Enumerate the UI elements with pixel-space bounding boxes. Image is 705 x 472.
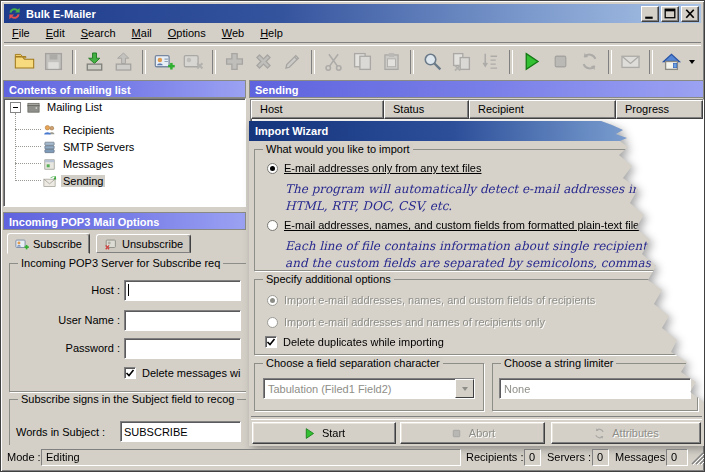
tab-subscribe-label: Subscribe	[33, 238, 82, 250]
pop3-server-group-label: Incoming POP3 Server for Subscribe req	[18, 257, 223, 269]
servers-count: 0	[592, 449, 609, 466]
menu-web[interactable]: Web	[214, 25, 252, 41]
tab-unsubscribe[interactable]: Unsubscribe	[96, 234, 191, 253]
password-label: Password :	[30, 342, 120, 354]
tree-connector	[15, 163, 41, 164]
import-button[interactable]	[80, 48, 109, 76]
recipients-icon	[42, 123, 57, 138]
menu-file[interactable]: File	[4, 25, 38, 41]
tree-item-label: Recipients	[61, 124, 116, 136]
tree-item-mailing-list[interactable]: Mailing List	[26, 99, 104, 115]
wizard-attributes-label: Attributes	[612, 427, 658, 439]
dedupe-label: Delete duplicates while importing	[283, 336, 444, 348]
import-fields-radio	[267, 295, 278, 306]
servers-label: Servers :	[547, 451, 591, 463]
pop3-options-panel: Incoming POP3 Mail Options Subscribe Uns…	[3, 212, 246, 445]
add-button	[220, 48, 249, 76]
check-icon	[125, 368, 135, 378]
import-names-row: Import e-mail addresses and names of rec…	[267, 316, 545, 328]
abort-icon	[450, 427, 463, 440]
password-input[interactable]	[124, 338, 241, 359]
words-in-subject-input[interactable]	[120, 421, 241, 442]
app-icon	[7, 6, 22, 21]
option-any-text-description-line2: HTML, RTF, DOC, CSV, etc.	[285, 199, 452, 213]
refresh-button	[575, 48, 604, 76]
import-names-label: Import e-mail addresses and names of rec…	[284, 316, 545, 328]
minimize-button[interactable]	[641, 6, 659, 22]
import-type-group-label: What would you like to import	[263, 143, 413, 155]
host-input[interactable]	[124, 280, 241, 301]
column-header-progress[interactable]: Progress	[616, 100, 703, 119]
wizard-divider	[251, 416, 702, 420]
mailing-list-tree: Mailing List Recipients SMTP Servers Mes…	[3, 98, 246, 207]
wizard-abort-label: Abort	[469, 427, 495, 439]
option-formatted-row: E-mail addresses, names, and custom fiel…	[267, 219, 645, 231]
delete-messages-checkbox[interactable]	[124, 367, 136, 379]
send-mail-button	[616, 48, 645, 76]
home-button[interactable]	[657, 48, 686, 76]
add-contact-button[interactable]	[150, 48, 179, 76]
mailing-list-icon	[26, 100, 41, 115]
maximize-button[interactable]	[661, 6, 679, 22]
text-caret	[128, 284, 129, 296]
limiter-group-label: Choose a string limiter	[501, 357, 616, 369]
stop-button	[546, 48, 575, 76]
sending-panel-header: Sending	[249, 80, 704, 98]
tree-item-messages[interactable]: Messages	[42, 156, 115, 172]
menu-options[interactable]: Options	[160, 25, 214, 41]
import-wizard-window: Import Wizard What would you like to imp…	[249, 121, 704, 446]
start-button[interactable]	[517, 48, 546, 76]
dedupe-row: Delete duplicates while importing	[265, 336, 444, 348]
additional-options-group: Specify additional options Import e-mail…	[254, 279, 698, 355]
save-button	[39, 48, 68, 76]
tree-item-label: Sending	[61, 175, 105, 187]
tree-item-label: Messages	[61, 158, 115, 170]
edit-button	[278, 48, 307, 76]
messages-count: 0	[666, 449, 688, 466]
separator-group-label: Choose a field separation character	[263, 357, 443, 369]
menu-help[interactable]: Help	[252, 25, 291, 41]
menu-mail[interactable]: Mail	[124, 25, 160, 41]
pop3-panel-header: Incoming POP3 Mail Options	[3, 212, 246, 230]
column-header-host[interactable]: Host	[251, 100, 384, 119]
dedupe-checkbox[interactable]	[265, 336, 277, 348]
import-fields-row: Import e-mail addresses, names, and cust…	[267, 294, 595, 306]
delete-button	[249, 48, 278, 76]
copy-button	[348, 48, 377, 76]
close-button[interactable]	[681, 6, 699, 22]
import-names-radio	[267, 317, 278, 328]
tree-expander[interactable]	[10, 102, 21, 113]
title-bar: Bulk E-Mailer	[4, 4, 701, 23]
open-button[interactable]	[10, 48, 39, 76]
additional-options-group-label: Specify additional options	[263, 273, 394, 285]
subject-signs-group: Subscribe signs in the Subject field to …	[9, 399, 246, 445]
find-button[interactable]	[418, 48, 447, 76]
import-wizard-title: Import Wizard	[249, 121, 704, 141]
start-icon	[303, 427, 316, 440]
home-dropdown-arrow[interactable]	[689, 60, 695, 64]
toolbar-separator	[142, 50, 146, 74]
wizard-start-button[interactable]: Start	[252, 422, 396, 444]
menu-search[interactable]: Search	[73, 25, 124, 41]
remove-contact-button	[179, 48, 208, 76]
option-any-text-radio[interactable]	[267, 163, 278, 174]
separator-combobox: Tabulation (Filed1 Field2)	[263, 378, 475, 399]
menu-bar: File Edit Search Mail Options Web Help	[4, 24, 701, 42]
tree-item-smtp-servers[interactable]: SMTP Servers	[42, 139, 136, 155]
pop3-server-group: Incoming POP3 Server for Subscribe req H…	[9, 263, 246, 392]
tab-subscribe[interactable]: Subscribe	[7, 233, 90, 254]
option-formatted-radio[interactable]	[267, 220, 278, 231]
column-header-status[interactable]: Status	[384, 100, 469, 119]
user-name-input[interactable]	[124, 310, 241, 331]
tree-connector	[15, 129, 41, 130]
separator-group: Choose a field separation character Tabu…	[254, 363, 484, 411]
check-icon	[266, 337, 276, 347]
column-header-recipient[interactable]: Recipient	[469, 100, 616, 119]
resize-grip[interactable]	[691, 452, 704, 465]
toolbar	[4, 45, 701, 78]
menu-edit[interactable]: Edit	[38, 25, 73, 41]
tree-item-recipients[interactable]: Recipients	[42, 122, 116, 138]
tree-item-sending[interactable]: Sending	[42, 173, 105, 189]
delete-messages-row: Delete messages wi	[124, 367, 240, 379]
user-name-label: User Name :	[30, 314, 120, 326]
